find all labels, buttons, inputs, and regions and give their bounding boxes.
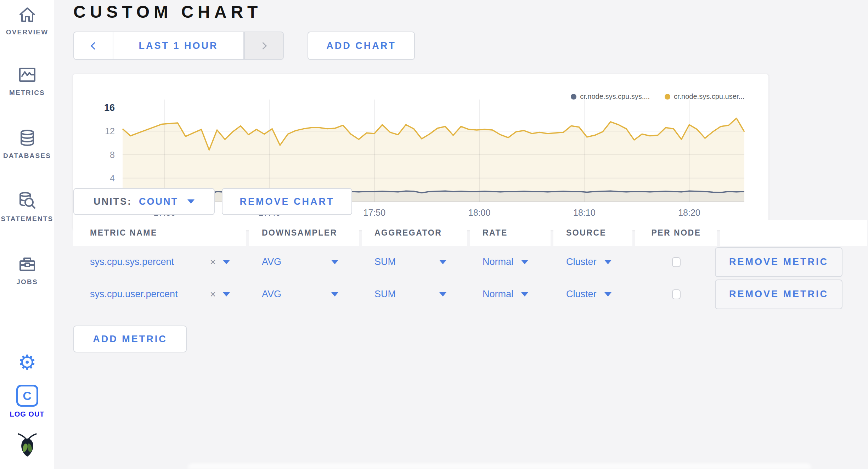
source-value: Cluster [566, 256, 597, 267]
svg-text:4: 4 [110, 173, 115, 183]
actions-cell: REMOVE METRIC [720, 247, 867, 277]
add-chart-button[interactable]: ADD CHART [308, 32, 415, 60]
cockroach-logo-icon [16, 433, 39, 458]
gear-icon: ⚙ [18, 351, 36, 374]
caret-down-icon[interactable] [521, 260, 528, 264]
actions-cell: REMOVE METRIC [720, 279, 867, 309]
per-node-cell [635, 257, 717, 267]
sidebar-item-overview[interactable]: OVERVIEW [0, 5, 54, 36]
main-content: CUSTOM CHART LAST 1 HOUR ADD CHART cr.no… [55, 0, 868, 469]
per-node-cell [635, 289, 717, 299]
clear-metric-icon[interactable]: × [210, 289, 216, 300]
sidebar-item-statements[interactable]: STATEMENTS [0, 191, 54, 223]
rate-value: Normal [483, 289, 513, 300]
legend-dot-user-icon [665, 94, 670, 100]
legend-label: cr.node.sys.cpu.user... [674, 92, 744, 101]
caret-down-icon[interactable] [331, 260, 338, 264]
table-header-row: METRIC NAME DOWNSAMPLER AGGREGATOR RATE … [73, 220, 864, 246]
sidebar-item-label: STATEMENTS [1, 215, 53, 223]
aggregator-value: SUM [374, 289, 396, 300]
aggregator-dropdown[interactable]: SUM [362, 289, 467, 300]
downsampler-value: AVG [262, 256, 281, 267]
home-icon [18, 5, 37, 23]
metrics-table: METRIC NAME DOWNSAMPLER AGGREGATOR RATE … [73, 220, 864, 310]
sidebar-item-label: METRICS [9, 89, 45, 97]
settings-button[interactable]: ⚙ [0, 352, 54, 373]
legend-entry-sys[interactable]: cr.node.sys.cpu.sys.... [571, 92, 650, 101]
sidebar-item-metrics[interactable]: METRICS [0, 66, 54, 97]
table-row: sys.cpu.user.percent × AVG SUM Normal Cl… [73, 278, 864, 310]
chevron-right-icon [259, 42, 266, 49]
caret-down-icon[interactable] [521, 292, 528, 296]
svg-text:18:10: 18:10 [573, 208, 596, 217]
remove-metric-button[interactable]: REMOVE METRIC [715, 279, 842, 309]
metric-name-dropdown[interactable]: sys.cpu.sys.percent × [73, 256, 246, 268]
caret-down-icon[interactable] [604, 292, 611, 296]
sidebar-item-databases[interactable]: DATABASES [0, 129, 54, 160]
col-header-rate: RATE [470, 220, 551, 246]
col-header-per-node: PER NODE [635, 220, 717, 246]
sidebar-item-label: OVERVIEW [6, 28, 49, 36]
legend-entry-user[interactable]: cr.node.sys.cpu.user... [665, 92, 744, 101]
time-range-label-button[interactable]: LAST 1 HOUR [113, 32, 244, 60]
chart-legend: cr.node.sys.cpu.sys.... cr.node.sys.cpu.… [571, 92, 744, 101]
time-range-selector: LAST 1 HOUR [73, 32, 284, 60]
sidebar-item-label: DATABASES [3, 152, 51, 160]
downsampler-value: AVG [262, 289, 281, 300]
downsampler-dropdown[interactable]: AVG [249, 289, 359, 300]
svg-text:18:20: 18:20 [678, 208, 700, 217]
caret-down-icon [187, 199, 195, 204]
svg-text:17:50: 17:50 [363, 208, 386, 217]
cockroach-brand [0, 433, 54, 458]
source-dropdown[interactable]: Cluster [553, 289, 632, 300]
metrics-icon [18, 66, 37, 84]
svg-text:16: 16 [104, 102, 115, 113]
rate-value: Normal [483, 256, 513, 267]
add-metric-button[interactable]: ADD METRIC [73, 326, 187, 352]
caret-down-icon[interactable] [439, 260, 446, 264]
logout-label: LOG OUT [10, 410, 44, 418]
rate-dropdown[interactable]: Normal [470, 256, 551, 267]
time-range-prev-button[interactable] [73, 32, 113, 60]
metric-name: sys.cpu.user.percent [90, 289, 178, 300]
logout-button[interactable]: C LOG OUT [0, 385, 54, 418]
rate-dropdown[interactable]: Normal [470, 289, 551, 300]
table-row: sys.cpu.sys.percent × AVG SUM Normal Clu… [73, 246, 864, 278]
units-label: UNITS: [94, 196, 132, 207]
databases-icon [18, 129, 37, 147]
svg-text:18:00: 18:00 [468, 208, 491, 217]
col-header-downsampler: DOWNSAMPLER [249, 220, 359, 246]
statements-icon [17, 191, 37, 210]
units-dropdown[interactable]: UNITS: COUNT [73, 188, 215, 215]
col-header-actions [720, 220, 867, 246]
source-value: Cluster [566, 289, 597, 300]
sidebar-item-label: JOBS [16, 278, 38, 286]
svg-text:12: 12 [105, 126, 115, 136]
remove-chart-button[interactable]: REMOVE CHART [222, 188, 352, 215]
logo-letter: C [23, 389, 32, 403]
svg-text:8: 8 [110, 150, 115, 160]
downsampler-dropdown[interactable]: AVG [249, 256, 359, 267]
caret-down-icon[interactable] [439, 292, 446, 296]
col-header-aggregator: AGGREGATOR [362, 220, 467, 246]
clear-metric-icon[interactable]: × [210, 256, 216, 268]
caret-down-icon[interactable] [604, 260, 611, 264]
sidebar-item-jobs[interactable]: JOBS [0, 255, 54, 286]
time-range-next-button[interactable] [244, 32, 284, 60]
aggregator-value: SUM [374, 256, 396, 267]
legend-dot-sys-icon [571, 94, 576, 100]
col-header-metric-name: METRIC NAME [73, 220, 246, 246]
per-node-checkbox[interactable] [672, 257, 681, 267]
aggregator-dropdown[interactable]: SUM [362, 256, 467, 267]
remove-metric-button[interactable]: REMOVE METRIC [715, 247, 842, 277]
units-value: COUNT [139, 196, 178, 207]
metric-name: sys.cpu.sys.percent [90, 256, 174, 267]
legend-label: cr.node.sys.cpu.sys.... [580, 92, 650, 101]
source-dropdown[interactable]: Cluster [553, 256, 632, 267]
metric-name-dropdown[interactable]: sys.cpu.user.percent × [73, 289, 246, 300]
caret-down-icon[interactable] [223, 292, 230, 296]
jobs-icon [18, 255, 37, 273]
caret-down-icon[interactable] [223, 260, 230, 264]
per-node-checkbox[interactable] [672, 289, 681, 299]
caret-down-icon[interactable] [331, 292, 338, 296]
